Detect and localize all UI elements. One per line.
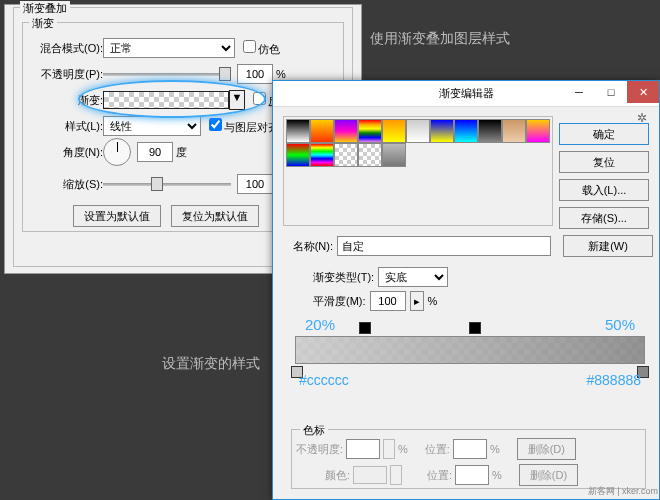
swatch[interactable] <box>478 119 502 143</box>
pos-input <box>453 439 487 459</box>
swatch[interactable] <box>502 119 526 143</box>
op-input <box>346 439 380 459</box>
minimize-button[interactable]: ─ <box>563 81 595 103</box>
watermark: 新客网 | xker.com <box>588 485 658 498</box>
stop2-pct: 50% <box>605 316 635 333</box>
type-row: 渐变类型(T): 实底 <box>313 267 448 287</box>
close-button[interactable]: ✕ <box>627 81 659 103</box>
pos2-label: 位置: <box>427 468 452 483</box>
scale-slider[interactable] <box>103 183 231 186</box>
del-op-button: 删除(D) <box>517 438 576 460</box>
angle-unit: 度 <box>176 145 187 160</box>
opacity-row: 不透明度(P): % <box>23 63 286 85</box>
annotation-2: 设置渐变的样式 <box>162 355 260 373</box>
side-buttons: 确定 复位 载入(L)... 存储(S)... <box>559 123 649 229</box>
ok-button[interactable]: 确定 <box>559 123 649 145</box>
name-input[interactable] <box>337 236 551 256</box>
smooth-dropdown[interactable]: ▸ <box>410 291 424 311</box>
swatch[interactable] <box>286 119 310 143</box>
angle-row: 角度(N): 度 <box>23 141 187 163</box>
color-label: 颜色: <box>296 468 350 483</box>
color-drop <box>390 465 402 485</box>
blend-row: 混合模式(O): 正常 仿色 <box>23 37 280 59</box>
smooth-label: 平滑度(M): <box>313 294 366 309</box>
color-swatch <box>353 466 387 484</box>
default-buttons: 设置为默认值 复位为默认值 <box>73 205 259 227</box>
swatch[interactable] <box>430 119 454 143</box>
blend-label: 混合模式(O): <box>23 41 103 56</box>
blend-mode-select[interactable]: 正常 <box>103 38 235 58</box>
color-stop-row: 颜色: 位置: % 删除(D) <box>296 464 578 486</box>
angle-label: 角度(N): <box>23 145 103 160</box>
gradient-row: 渐变: ▼ 反向(R) <box>23 89 305 111</box>
style-row: 样式(L): 线性 与图层对齐(I) <box>23 115 289 137</box>
smooth-unit: % <box>428 295 438 307</box>
del-color-button: 删除(D) <box>519 464 578 486</box>
style-select[interactable]: 线性 <box>103 116 201 136</box>
style-label: 样式(L): <box>23 119 103 134</box>
swatch[interactable] <box>454 119 478 143</box>
preset-box <box>283 116 553 226</box>
type-select[interactable]: 实底 <box>378 267 448 287</box>
pos2-input <box>455 465 489 485</box>
angle-dial[interactable] <box>103 138 131 166</box>
swatch[interactable] <box>358 143 382 167</box>
op-unit: % <box>398 443 408 455</box>
cancel-button[interactable]: 复位 <box>559 151 649 173</box>
opacity-label: 不透明度(P): <box>23 67 103 82</box>
dither-check[interactable]: 仿色 <box>243 40 280 57</box>
opacity-stop-row: 不透明度: % 位置: % 删除(D) <box>296 438 576 460</box>
fieldset-title: 渐变叠加 <box>20 1 70 16</box>
smooth-input[interactable] <box>370 291 406 311</box>
opacity-input[interactable] <box>237 64 273 84</box>
gradient-bar-section: 20% 50% #cccccc #888888 <box>295 336 645 410</box>
opacity-stop-1[interactable] <box>359 322 371 334</box>
swatch[interactable] <box>382 119 406 143</box>
gradient-editor-window: 渐变编辑器 ─ □ ✕ ✲ 确定 复位 载入(L)... 存储(S)... 名称… <box>272 80 660 500</box>
pos-label: 位置: <box>425 442 450 457</box>
swatch[interactable] <box>526 119 550 143</box>
name-row: 名称(N): 新建(W) <box>283 235 653 257</box>
scale-input[interactable] <box>237 174 273 194</box>
swatch-grid <box>284 117 552 169</box>
name-label: 名称(N): <box>283 239 333 254</box>
gradient-dropdown-arrow[interactable]: ▼ <box>229 90 245 110</box>
set-default-button[interactable]: 设置为默认值 <box>73 205 161 227</box>
load-button[interactable]: 载入(L)... <box>559 179 649 201</box>
stop1-hex: #cccccc <box>299 372 349 388</box>
colorstop-fieldset: 色标 不透明度: % 位置: % 删除(D) 颜色: 位置: % 删除(D) <box>291 429 646 489</box>
reset-default-button[interactable]: 复位为默认值 <box>171 205 259 227</box>
opacity-slider[interactable] <box>103 73 231 76</box>
maximize-button[interactable]: □ <box>595 81 627 103</box>
stop2-hex: #888888 <box>586 372 641 388</box>
scale-label: 缩放(S): <box>23 177 103 192</box>
scale-row: 缩放(S): % <box>23 173 286 195</box>
window-title: 渐变编辑器 <box>439 86 494 101</box>
angle-input[interactable] <box>137 142 173 162</box>
swatch[interactable] <box>334 143 358 167</box>
save-button[interactable]: 存储(S)... <box>559 207 649 229</box>
op-drop <box>383 439 395 459</box>
swatch[interactable] <box>358 119 382 143</box>
opacity-stop-2[interactable] <box>469 322 481 334</box>
new-button[interactable]: 新建(W) <box>563 235 653 257</box>
colorstop-title: 色标 <box>300 423 328 438</box>
inner-title: 渐变 <box>29 16 57 31</box>
pos2-unit: % <box>492 469 502 481</box>
smooth-row: 平滑度(M): ▸ % <box>313 291 437 311</box>
pos-unit: % <box>490 443 500 455</box>
titlebar[interactable]: 渐变编辑器 ─ □ ✕ <box>273 81 659 107</box>
swatch[interactable] <box>406 119 430 143</box>
stop1-pct: 20% <box>305 316 335 333</box>
swatch[interactable] <box>310 143 334 167</box>
swatch[interactable] <box>286 143 310 167</box>
op-label: 不透明度: <box>296 442 343 457</box>
gradient-preview[interactable] <box>103 91 229 109</box>
gradient-bar[interactable] <box>295 336 645 364</box>
swatch[interactable] <box>310 119 334 143</box>
type-label: 渐变类型(T): <box>313 270 374 285</box>
annotation-1: 使用渐变叠加图层样式 <box>370 30 510 48</box>
swatch[interactable] <box>334 119 358 143</box>
opacity-unit: % <box>276 68 286 80</box>
swatch[interactable] <box>382 143 406 167</box>
